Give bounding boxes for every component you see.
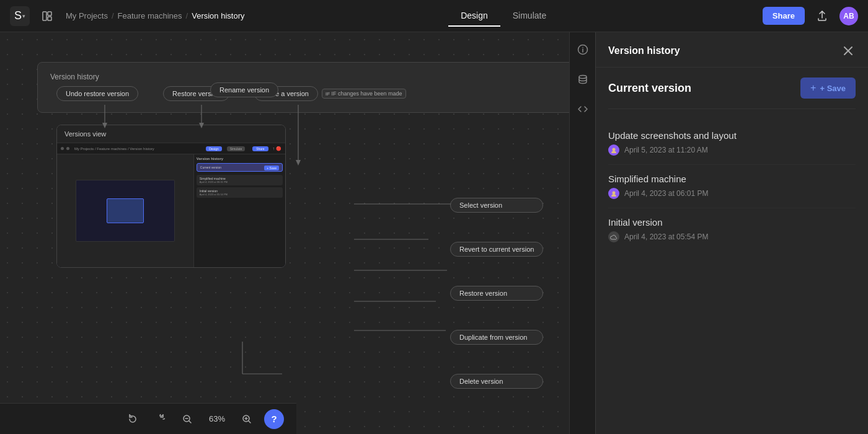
right-panel xyxy=(569,32,595,434)
share-button[interactable]: Share xyxy=(763,7,805,25)
version-item-name: Update screenshots and layout xyxy=(608,130,856,141)
vhp-close-button[interactable] xyxy=(841,43,856,58)
version-item-name: Initial version xyxy=(608,217,856,228)
svg-point-25 xyxy=(582,47,583,48)
help-button[interactable]: ? xyxy=(264,409,284,429)
bottom-toolbar: 63% ? xyxy=(0,403,296,434)
main-area: Version history Undo restore version Res… xyxy=(0,32,868,434)
versions-view-box: Versions view My Projects / Feature mach… xyxy=(56,125,286,268)
rename-version-btn[interactable]: Rename version xyxy=(210,82,278,97)
svg-point-30 xyxy=(613,192,616,195)
vhp-header: Version history xyxy=(596,32,868,68)
nav-tabs: Design Simulate xyxy=(448,6,559,27)
database-icon[interactable] xyxy=(573,69,593,89)
version-item-meta: April 5, 2023 at 11:20 AM xyxy=(608,144,856,156)
version-item[interactable]: Initial version April 4, 2023 at 05:54 P… xyxy=(608,208,856,251)
layout-icon[interactable] xyxy=(38,7,56,25)
select-version-btn[interactable]: Select version xyxy=(450,198,543,213)
current-version-label: Current version xyxy=(608,82,691,95)
svg-rect-0 xyxy=(43,12,46,20)
svg-point-26 xyxy=(579,76,587,79)
version-item-meta: April 4, 2023 at 06:01 PM xyxy=(608,188,856,199)
action-buttons-group: Select version Revert to current version… xyxy=(450,198,543,389)
canvas-panel-title: Version history xyxy=(50,73,569,81)
svg-rect-1 xyxy=(48,12,51,16)
tab-simulate[interactable]: Simulate xyxy=(500,6,559,27)
restore-version-btn[interactable]: Restore version xyxy=(450,286,543,301)
version-date: April 4, 2023 at 05:54 PM xyxy=(624,232,708,241)
vhp-title: Version history xyxy=(608,45,680,56)
avatar[interactable]: AB xyxy=(839,7,858,25)
if-badge: IF IF changes have been made xyxy=(322,89,406,99)
svg-line-22 xyxy=(249,421,250,423)
version-history-canvas: Version history Undo restore version Res… xyxy=(37,62,569,113)
svg-rect-2 xyxy=(48,17,51,20)
logo[interactable]: S ▾ xyxy=(10,6,30,26)
export-button[interactable] xyxy=(812,6,832,26)
breadcrumb-projects[interactable]: My Projects xyxy=(66,11,108,20)
svg-point-29 xyxy=(613,148,616,151)
version-avatar-cloud xyxy=(608,231,619,242)
version-avatar xyxy=(608,144,619,156)
version-item[interactable]: Simplified machine April 4, 2023 at 06:0… xyxy=(608,165,856,208)
tab-design[interactable]: Design xyxy=(448,6,500,27)
versions-view-title: Versions view xyxy=(57,125,285,143)
version-avatar xyxy=(608,188,619,199)
topnav: S ▾ My Projects / Feature machines / Ver… xyxy=(0,0,868,32)
nav-actions: Share AB xyxy=(763,6,858,26)
version-date: April 5, 2023 at 11:20 AM xyxy=(624,146,708,154)
zoom-level: 63% xyxy=(205,414,229,423)
revert-version-btn[interactable]: Revert to current version xyxy=(450,242,543,257)
breadcrumb-machine[interactable]: Feature machines xyxy=(118,11,182,20)
undo-button[interactable] xyxy=(123,409,143,429)
breadcrumb-current: Version history xyxy=(192,11,244,20)
zoom-in-button[interactable] xyxy=(237,409,257,429)
breadcrumb: My Projects / Feature machines / Version… xyxy=(66,11,244,20)
version-date: April 4, 2023 at 06:01 PM xyxy=(624,189,708,198)
rename-version-area: Rename version xyxy=(210,82,278,97)
delete-version-btn[interactable]: Delete version xyxy=(450,374,543,389)
version-item[interactable]: Update screenshots and layout April 5, 2… xyxy=(608,122,856,165)
current-version-section: Current version + + Save xyxy=(608,78,856,109)
version-item-name: Simplified machine xyxy=(608,174,856,184)
version-history-panel: Version history Current version + + Save xyxy=(595,32,868,434)
svg-marker-8 xyxy=(296,160,301,166)
duplicate-version-btn[interactable]: Duplicate from version xyxy=(450,330,543,345)
redo-button[interactable] xyxy=(150,409,170,429)
svg-line-18 xyxy=(189,421,191,423)
undo-restore-btn[interactable]: Undo restore version xyxy=(56,86,138,101)
info-icon[interactable] xyxy=(573,40,593,60)
version-item-meta: April 4, 2023 at 05:54 PM xyxy=(608,231,856,242)
version-list: Update screenshots and layout April 5, 2… xyxy=(608,122,856,251)
save-version-button[interactable]: + + Save xyxy=(800,78,856,99)
zoom-out-button[interactable] xyxy=(177,409,197,429)
code-icon[interactable] xyxy=(573,99,593,119)
versions-view-screenshot: My Projects / Feature machines / Version… xyxy=(57,143,285,267)
vhp-content: Current version + + Save Update screensh… xyxy=(596,68,868,434)
canvas-area: Version history Undo restore version Res… xyxy=(0,32,569,434)
